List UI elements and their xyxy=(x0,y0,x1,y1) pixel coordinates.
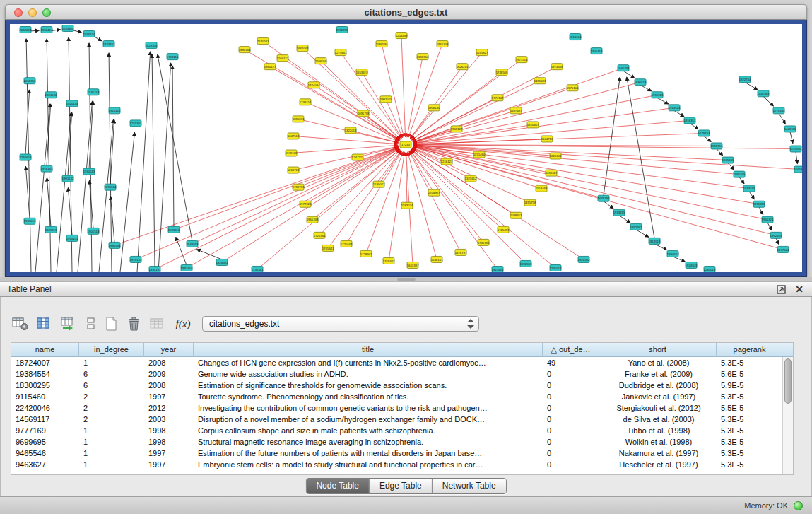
graph-node[interactable]: 1268713 xyxy=(288,167,300,173)
graph-node[interactable]: 1824501 xyxy=(216,259,228,265)
cell[interactable]: 5.3E-5 xyxy=(717,425,782,436)
cell[interactable]: Tourette syndrome. Phenomenology and cla… xyxy=(194,391,543,402)
cell[interactable]: Estimation of the future numbers of pati… xyxy=(194,448,543,459)
select-columns-icon[interactable] xyxy=(35,314,54,334)
cell[interactable]: 2003 xyxy=(144,414,194,425)
graph-node[interactable]: 1935191 xyxy=(149,266,161,272)
cell[interactable]: 2 xyxy=(79,391,144,402)
graph-node[interactable]: 1885871 xyxy=(293,116,305,122)
graph-node[interactable]: 1595827 xyxy=(476,49,488,56)
graph-node[interactable]: 1443745 xyxy=(784,126,796,132)
tab-node-table[interactable]: Node Table xyxy=(306,479,370,493)
tab-network-table[interactable]: Network Table xyxy=(433,479,506,493)
graph-node[interactable]: 1992533 xyxy=(520,260,532,267)
graph-node[interactable]: 1691627 xyxy=(546,170,558,176)
graph-node[interactable]: 1748508 xyxy=(496,69,508,76)
new-document-icon[interactable] xyxy=(102,314,122,334)
cell[interactable]: 18300295 xyxy=(11,380,79,391)
graph-node[interactable]: 1575105 xyxy=(567,85,579,91)
cell[interactable]: 2012 xyxy=(144,402,194,414)
graph-node[interactable]: 1245013 xyxy=(550,264,562,271)
graph-node[interactable]: 1991351 xyxy=(711,143,723,149)
graph-node[interactable]: 1186530 xyxy=(376,41,388,47)
graph-node[interactable]: 1733110 xyxy=(167,54,179,60)
table-row[interactable]: 969969511998Structural magnetic resonanc… xyxy=(11,436,782,448)
graph-node[interactable]: 1990514 xyxy=(105,184,117,190)
graph-node[interactable]: 1663397 xyxy=(407,262,419,268)
table-row[interactable]: 1872400712008Changes of HCN gene express… xyxy=(11,357,782,368)
table-row[interactable]: 946554611997Estimation of the future num… xyxy=(11,448,782,459)
graph-node[interactable]: 1991353 xyxy=(753,201,765,207)
cell[interactable]: 9699695 xyxy=(11,436,79,448)
graph-node[interactable]: 1992455 xyxy=(770,232,782,238)
cell[interactable]: 0 xyxy=(543,448,599,459)
cell[interactable]: Changes of HCN gene expression and I(f) … xyxy=(194,357,543,368)
graph-node[interactable]: 2206058 xyxy=(315,58,327,64)
column-header-title[interactable]: title xyxy=(194,343,543,357)
graph-node[interactable]: 1629300 xyxy=(146,42,158,49)
cell[interactable]: 0 xyxy=(543,391,599,402)
graph-node[interactable]: 1322013 xyxy=(345,127,357,134)
graph-node[interactable]: 1992450 xyxy=(181,264,193,271)
graph-node[interactable]: 17240 xyxy=(400,141,411,148)
graph-node[interactable]: 1994623 xyxy=(667,250,679,257)
cell[interactable]: 1 xyxy=(79,425,144,436)
graph-node[interactable]: 1679197 xyxy=(698,130,710,136)
cell[interactable]: 5.3E-5 xyxy=(717,459,782,470)
graph-node[interactable]: 1962235 xyxy=(336,27,348,33)
graph-node[interactable]: 1696950 xyxy=(417,54,429,60)
graph-node[interactable]: 1728941 xyxy=(360,250,372,257)
graph-node[interactable]: 1946325 xyxy=(762,216,774,223)
graph-node[interactable]: 2204907 xyxy=(428,189,440,196)
graph-node[interactable]: 1913462 xyxy=(492,266,504,272)
cell[interactable]: 9115460 xyxy=(11,391,79,402)
cell[interactable]: Investigating the contribution of common… xyxy=(194,402,543,414)
table-row[interactable]: 1830029562008Estimation of significance … xyxy=(11,380,782,391)
graph-node[interactable]: 1091738 xyxy=(358,110,370,117)
graph-node[interactable]: 1990151 xyxy=(66,235,78,241)
table-selector-dropdown[interactable]: citations_edges.txt xyxy=(202,316,479,332)
graph-node[interactable]: 1159581 xyxy=(790,146,802,152)
graph-node[interactable]: 1254439 xyxy=(396,33,408,39)
graph-node[interactable]: 1495758 xyxy=(524,199,536,206)
cell[interactable]: 1998 xyxy=(144,425,194,436)
cell[interactable]: 0 xyxy=(543,380,599,391)
graph-node[interactable]: 1813074 xyxy=(570,34,582,40)
graph-node[interactable]: 1248151 xyxy=(431,256,443,262)
table-scrollbar[interactable] xyxy=(782,357,793,474)
graph-node[interactable]: 1677544 xyxy=(777,246,789,252)
graph-node[interactable]: 1991535 xyxy=(734,171,746,177)
cell[interactable]: 2008 xyxy=(144,380,194,391)
graph-node[interactable]: 1270334 xyxy=(773,107,785,114)
cell[interactable]: 49 xyxy=(543,357,599,368)
graph-node[interactable]: 1183024 xyxy=(401,202,413,209)
cell[interactable]: 6 xyxy=(79,380,144,391)
graph-node[interactable]: 1990533 xyxy=(109,242,121,248)
column-header-short[interactable]: short xyxy=(599,343,717,357)
column-header-name[interactable]: name xyxy=(11,343,79,357)
graph-node[interactable]: 1860127 xyxy=(264,64,276,70)
graph-node[interactable]: 1653419 xyxy=(356,69,368,76)
graph-node[interactable]: 1725644 xyxy=(341,240,353,247)
cell[interactable]: 14569117 xyxy=(11,414,79,425)
cell[interactable]: Embryonic stem cells: a model to study s… xyxy=(194,459,543,470)
cell[interactable]: 0 xyxy=(543,414,599,425)
graph-node[interactable]: 1933013 xyxy=(24,218,36,224)
graph-node[interactable]: 2043013 xyxy=(187,240,199,247)
cell[interactable]: 1 xyxy=(79,448,144,459)
graph-node[interactable]: 1154469 xyxy=(536,185,548,192)
cell[interactable]: 1997 xyxy=(144,448,194,459)
column-header-year[interactable]: year xyxy=(144,343,194,357)
graph-node[interactable]: 1901513 xyxy=(88,228,100,234)
graph-node[interactable]: 1065816 xyxy=(794,166,802,173)
function-builder-icon[interactable]: f(x) xyxy=(172,314,194,334)
cell[interactable]: 2 xyxy=(79,414,144,425)
graph-node[interactable]: 1920113 xyxy=(66,100,78,107)
close-panel-icon[interactable]: ✕ xyxy=(795,282,804,297)
graph-node[interactable]: 1530022 xyxy=(373,181,385,187)
graph-node[interactable]: 1909913 xyxy=(45,226,57,233)
graph-node[interactable]: 1245012 xyxy=(704,266,716,272)
graph-node[interactable]: 1247211 xyxy=(352,154,364,160)
cell[interactable]: Nakamura et al. (1997) xyxy=(599,448,717,459)
graph-node[interactable]: 1485083 xyxy=(534,78,546,84)
